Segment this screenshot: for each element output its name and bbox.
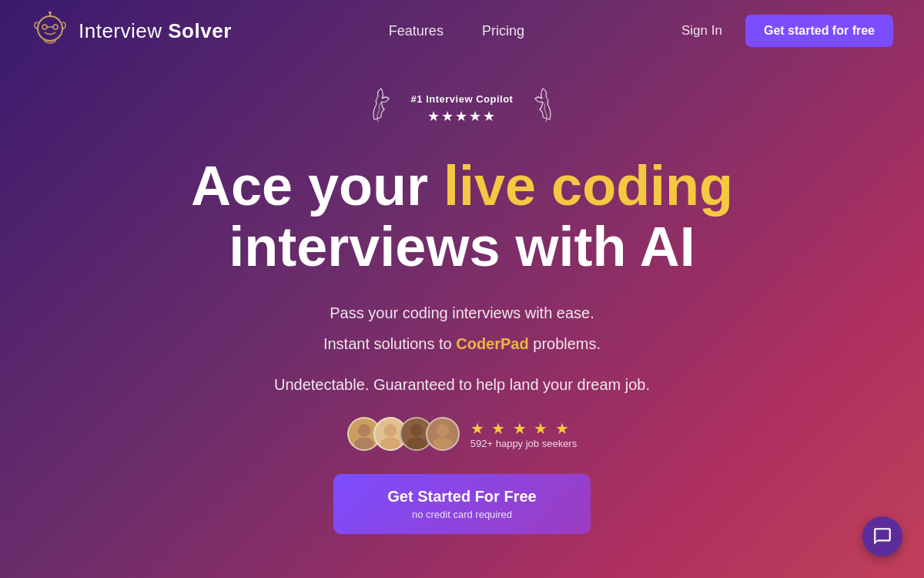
headline-highlight: live coding	[444, 155, 733, 217]
cta-container: Get Started For Free no credit card requ…	[333, 474, 590, 534]
nav-link-pricing[interactable]: Pricing	[482, 23, 524, 39]
cta-sub-label: no credit card required	[412, 509, 512, 520]
headline-part1: Ace your	[191, 155, 444, 217]
cta-main-label: Get Started For Free	[387, 488, 536, 506]
svg-point-5	[49, 12, 52, 14]
svg-point-2	[53, 25, 58, 29]
award-laurel: #1 Interview Copilot ★★★★★	[370, 85, 554, 133]
svg-point-11	[407, 438, 426, 450]
sub-headline-1: Pass your coding interviews with ease.	[330, 301, 594, 325]
svg-point-10	[410, 425, 423, 437]
nav-brand-text: Interview Solver	[79, 19, 232, 43]
nav-logo[interactable]: Interview Solver	[31, 12, 232, 50]
main-content: #1 Interview Copilot ★★★★★ Ace your live…	[0, 62, 924, 534]
rating-info: ★ ★ ★ ★ ★ 592+ happy job seekers	[470, 419, 577, 449]
cta-main-button[interactable]: Get Started For Free no credit card requ…	[333, 474, 590, 534]
chat-button[interactable]	[862, 516, 902, 556]
sign-in-link[interactable]: Sign In	[681, 23, 722, 39]
logo-icon	[31, 12, 69, 50]
svg-point-6	[358, 425, 370, 437]
rating-stars: ★ ★ ★ ★ ★	[470, 419, 571, 438]
main-headline: Ace your live coding interviews with AI	[116, 156, 808, 277]
nav-link-features[interactable]: Features	[389, 23, 444, 39]
svg-point-1	[42, 25, 47, 29]
award-inner: #1 Interview Copilot ★★★★★	[411, 93, 514, 125]
nav-cta-button[interactable]: Get started for free	[745, 15, 893, 47]
svg-point-13	[433, 438, 452, 450]
avatars	[347, 417, 460, 451]
svg-point-9	[380, 438, 400, 450]
nav-links: Features Pricing	[389, 23, 524, 39]
award-badge: #1 Interview Copilot ★★★★★	[370, 85, 554, 133]
nav-right: Sign In Get started for free	[681, 15, 893, 47]
avatar-4	[426, 417, 460, 451]
laurel-left-icon	[370, 85, 405, 133]
svg-point-0	[38, 16, 62, 41]
laurel-right-icon	[519, 85, 554, 133]
guarantee-text: Undetectable. Guaranteed to help land yo…	[274, 376, 650, 394]
svg-point-7	[354, 438, 373, 450]
award-stars: ★★★★★	[427, 108, 497, 125]
social-proof: ★ ★ ★ ★ ★ 592+ happy job seekers	[347, 417, 577, 451]
chat-icon	[872, 526, 892, 546]
svg-point-12	[437, 425, 449, 437]
navbar: Interview Solver Features Pricing Sign I…	[0, 0, 924, 62]
sub-headline-2: Instant solutions to CoderPad problems.	[323, 331, 601, 356]
happy-seekers-count: 592+ happy job seekers	[470, 438, 577, 449]
headline-part2: interviews with AI	[229, 216, 695, 277]
coderpad-highlight: CoderPad	[456, 335, 528, 352]
svg-point-8	[384, 425, 397, 437]
award-title: #1 Interview Copilot	[411, 93, 514, 105]
